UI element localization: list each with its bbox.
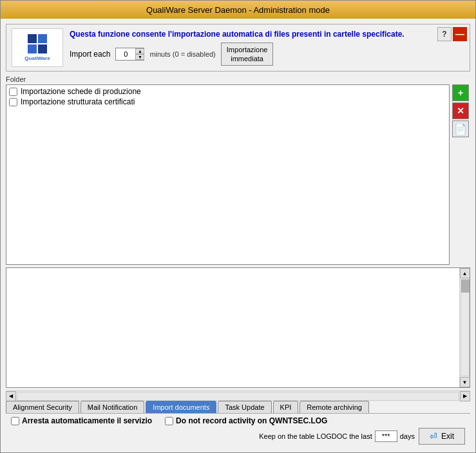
import-controls: Import each ▲ ▼ minuts (0 = disabled) Im… xyxy=(70,43,464,66)
folder-label: Folder xyxy=(6,75,470,83)
tab-kpi[interactable]: KPI xyxy=(273,401,299,413)
no-record-label[interactable]: Do not record activity on QWNTSEC.LOG xyxy=(165,416,327,425)
logo-sq-1 xyxy=(28,34,37,43)
folder-list[interactable]: Importazione schede di produzioneImporta… xyxy=(6,84,450,265)
auto-stop-checkbox[interactable] xyxy=(11,417,19,425)
folder-item[interactable]: Importazione schede di produzione xyxy=(8,86,448,97)
tabs-row: Alignment SecurityMail NotificationImpor… xyxy=(6,401,470,413)
h-scroll-track[interactable] xyxy=(17,392,459,401)
folder-item-label: Importazione schede di produzione xyxy=(21,87,141,96)
folder-item-label: Importazione strutturata certificati xyxy=(21,97,135,106)
import-value-input[interactable] xyxy=(116,48,135,60)
bottom-row2: Keep on the table LOGDOC the last days ⏎… xyxy=(11,428,465,445)
content-area: QualiWare Questa funzione consente l'imp… xyxy=(1,19,475,452)
minimize-button[interactable]: — xyxy=(453,27,467,41)
importazione-button[interactable]: Importazione immediata xyxy=(221,43,274,66)
folder-item[interactable]: Importazione strutturata certificati xyxy=(8,97,448,107)
window-title: QualiWare Server Daemon - Administration… xyxy=(146,5,330,15)
top-section: QualiWare Questa funzione consente l'imp… xyxy=(6,24,470,72)
scroll-right-arrow[interactable]: ▶ xyxy=(460,391,470,401)
folder-container: Importazione schede di produzioneImporta… xyxy=(6,84,470,265)
logo: QualiWare xyxy=(24,34,50,61)
keep-suffix: days xyxy=(400,432,415,440)
main-window: QualiWare Server Daemon - Administration… xyxy=(0,0,476,453)
top-icons: ? — xyxy=(437,27,467,41)
side-buttons: + ✕ 📄 xyxy=(452,84,470,265)
auto-stop-label[interactable]: Arresta automaticamente il servizio xyxy=(11,416,152,425)
spin-buttons: ▲ ▼ xyxy=(135,48,144,60)
spin-down[interactable]: ▼ xyxy=(135,54,144,60)
info-text: Questa funzione consente l'importazione … xyxy=(70,30,464,39)
log-section: ▲ ▼ xyxy=(6,267,470,388)
bottom-row1: Arresta automaticamente il servizio Do n… xyxy=(11,416,465,425)
folder-item-checkbox[interactable] xyxy=(9,98,17,106)
folder-section: Folder Importazione schede di produzione… xyxy=(6,75,470,265)
delete-folder-button[interactable]: ✕ xyxy=(452,102,469,119)
import-spinbox[interactable]: ▲ ▼ xyxy=(115,48,144,61)
scroll-left-arrow[interactable]: ◀ xyxy=(6,391,16,401)
logo-area: QualiWare xyxy=(12,28,63,67)
exit-label: Exit xyxy=(441,432,454,441)
add-folder-button[interactable]: + xyxy=(452,84,469,101)
logo-text: QualiWare xyxy=(24,55,50,61)
keep-label: Keep on the table LOGDOC the last xyxy=(259,432,372,440)
folder-item-checkbox[interactable] xyxy=(9,88,17,96)
logo-sq-4 xyxy=(38,44,47,53)
scroll-thumb xyxy=(461,280,470,293)
logo-sq-2 xyxy=(38,34,47,43)
title-bar: QualiWare Server Daemon - Administration… xyxy=(1,1,475,19)
minuts-label: minuts (0 = disabled) xyxy=(149,50,215,58)
help-button[interactable]: ? xyxy=(437,27,452,41)
tab-import-documents[interactable]: Import documents xyxy=(146,401,216,413)
keep-row: Keep on the table LOGDOC the last days xyxy=(259,430,415,442)
tab-alignment-security[interactable]: Alignment Security xyxy=(6,401,79,413)
tab-task-update[interactable]: Task Update xyxy=(218,401,271,413)
doc-button[interactable]: 📄 xyxy=(452,120,469,137)
tab-remote-archiving[interactable]: Remote archiving xyxy=(300,401,369,413)
no-record-checkbox[interactable] xyxy=(165,417,173,425)
spin-up[interactable]: ▲ xyxy=(135,48,144,54)
top-info: Questa funzione consente l'importazione … xyxy=(70,30,464,66)
bottom-bar: Arresta automaticamente il servizio Do n… xyxy=(6,413,470,447)
horizontal-scrollbar[interactable]: ◀ ▶ xyxy=(6,390,470,401)
exit-button[interactable]: ⏎ Exit xyxy=(419,428,465,445)
no-record-text: Do not record activity on QWNTSEC.LOG xyxy=(176,416,327,425)
logo-sq-3 xyxy=(28,44,37,53)
scroll-track[interactable] xyxy=(461,279,470,376)
import-label: Import each xyxy=(70,50,110,59)
vertical-scrollbar[interactable]: ▲ ▼ xyxy=(459,268,470,387)
tab-mail-notification[interactable]: Mail Notification xyxy=(81,401,145,413)
keep-input[interactable] xyxy=(375,430,397,442)
scroll-up-arrow[interactable]: ▲ xyxy=(460,268,470,278)
logo-squares xyxy=(28,34,47,53)
exit-icon: ⏎ xyxy=(430,431,437,441)
auto-stop-text: Arresta automaticamente il servizio xyxy=(22,416,152,425)
scroll-down-arrow[interactable]: ▼ xyxy=(460,377,470,387)
